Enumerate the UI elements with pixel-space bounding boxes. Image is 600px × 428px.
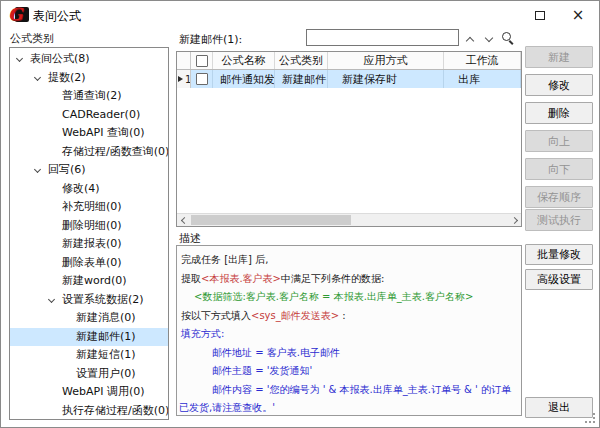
tree-item-label: 普通查询(2) — [10, 87, 122, 106]
column-header-3[interactable]: 工作流 — [444, 52, 521, 69]
move-up-button[interactable]: 向上 — [525, 130, 593, 152]
tree-item-label: 删除明细(0) — [10, 217, 122, 236]
description-segment: <本报表.客户表> — [201, 273, 281, 284]
save-order-button[interactable]: 保存顺序 — [525, 186, 593, 208]
scroll-right-button[interactable] — [507, 214, 521, 226]
row-marker-cell: 1 — [177, 70, 191, 88]
row-checkbox[interactable] — [196, 73, 208, 85]
description-line-7: 邮件内容 = '您的编号为 ' & 本报表.出库单_主表.订单号 & ' 的订单… — [179, 381, 518, 417]
tree-item-12[interactable]: 新建word(0) — [10, 272, 168, 291]
tree-item-label: 修改(4) — [10, 180, 100, 199]
search-next-icon[interactable] — [485, 34, 493, 42]
test-run-button[interactable]: 测试执行 — [525, 209, 593, 231]
app-logo-red-glyph: G — [8, 4, 23, 24]
description-segment: <sys_邮件发送表> — [251, 310, 339, 321]
formula-grid[interactable]: 公式名称公式类别应用方式工作流 1邮件通知发货新建邮件新建保存时出库 — [176, 51, 522, 227]
current-list-label: 新建邮件(1): — [179, 32, 242, 47]
column-header-0[interactable]: 公式名称 — [213, 52, 275, 69]
search-prev-icon[interactable] — [466, 37, 474, 45]
tree-item-label: WebAPI 调用(0) — [10, 383, 144, 402]
window-title: 表间公式 — [33, 8, 81, 25]
description-label: 描述 — [179, 231, 201, 246]
search-input[interactable] — [306, 29, 459, 46]
row-cell-1: 新建邮件 — [275, 70, 328, 88]
tree-item-2[interactable]: 普通查询(2) — [10, 87, 168, 106]
description-segment: 提取 — [181, 273, 201, 284]
close-icon: × — [572, 8, 585, 23]
tree-item-8[interactable]: 补充明细(0) — [10, 198, 168, 217]
tree-item-9[interactable]: 删除明细(0) — [10, 217, 168, 236]
row-cell-0: 邮件通知发货 — [213, 70, 275, 88]
app-logo-icon: G — [9, 6, 29, 24]
table-row[interactable]: 1邮件通知发货新建邮件新建保存时出库 — [177, 70, 521, 88]
description-box[interactable]: 完成任务 [出库] 后,提取<本报表.客户表>中满足下列条件的数据:<数据筛选:… — [176, 245, 522, 416]
category-tree[interactable]: 表间公式(8)提数(2)普通查询(2)CADReader(0)WebAPI 查询… — [9, 47, 169, 420]
header-checkbox-cell — [191, 52, 213, 69]
category-panel-label: 公式类别 — [10, 31, 54, 46]
tree-item-label: 新建消息(0) — [10, 309, 136, 328]
advanced-settings-button[interactable]: 高级设置 — [525, 269, 593, 290]
dialog-window: G 表间公式 × 公式类别 表间公式(8)提数(2)普通查询(2)CADRead… — [0, 0, 600, 428]
close-button[interactable]: × — [561, 1, 595, 29]
tree-item-label: WebAPI 查询(0) — [10, 124, 144, 143]
maximize-button[interactable] — [523, 1, 557, 29]
tree-item-0[interactable]: 表间公式(8) — [10, 50, 168, 69]
column-header-2[interactable]: 应用方式 — [328, 52, 444, 69]
title-bar[interactable]: G 表间公式 × — [1, 1, 599, 29]
description-line-0: 完成任务 [出库] 后, — [179, 251, 518, 270]
description-segment: 邮件主题 = '发货通知' — [212, 365, 312, 376]
tree-item-6[interactable]: 回写(6) — [10, 161, 168, 180]
description-segment: 邮件内容 = '您的编号为 ' & 本报表.出库单_主表.订单号 & ' 的订单… — [179, 384, 511, 414]
header-row-marker — [177, 52, 191, 69]
scroll-left-icon — [180, 216, 187, 223]
modify-button[interactable]: 修改 — [525, 74, 593, 96]
tree-item-18[interactable]: WebAPI 调用(0) — [10, 383, 168, 402]
delete-button[interactable]: 删除 — [525, 102, 593, 124]
tree-item-4[interactable]: WebAPI 查询(0) — [10, 124, 168, 143]
tree-item-13[interactable]: 设置系统数据(2) — [10, 291, 168, 310]
tree-item-label: 删除表单(0) — [10, 254, 122, 273]
exit-button[interactable]: 退出 — [525, 397, 593, 418]
description-line-3: 按以下方式填入<sys_邮件发送表> : — [179, 307, 518, 326]
scrollbar-thumb[interactable] — [191, 215, 351, 225]
tree-item-11[interactable]: 删除表单(0) — [10, 254, 168, 273]
tree-item-15[interactable]: 新建邮件(1) — [10, 328, 168, 347]
tree-item-17[interactable]: 设置用户(0) — [10, 365, 168, 384]
tree-item-14[interactable]: 新建消息(0) — [10, 309, 168, 328]
description-line-2: <数据筛选:客户表.客户名称 = 本报表.出库单_主表.客户名称> — [179, 288, 518, 307]
tree-item-label: 设置系统数据(2) — [10, 291, 144, 310]
scroll-right-icon — [510, 216, 517, 223]
tree-item-label: 提数(2) — [10, 69, 86, 88]
grid-header-row: 公式名称公式类别应用方式工作流 — [177, 52, 521, 70]
tree-item-label: 回写(6) — [10, 161, 86, 180]
move-down-button[interactable]: 向下 — [525, 158, 593, 180]
tree-item-10[interactable]: 新建报表(0) — [10, 235, 168, 254]
description-segment: 按以下方式填入 — [181, 310, 251, 321]
row-cell-2: 新建保存时 — [328, 70, 444, 88]
tree-item-label: 存储过程/函数查询(0) — [10, 143, 169, 162]
row-cell-3: 出库 — [444, 70, 521, 88]
h-scrollbar[interactable] — [177, 213, 521, 226]
select-all-checkbox[interactable] — [196, 55, 208, 67]
tree-item-7[interactable]: 修改(4) — [10, 180, 168, 199]
tree-item-1[interactable]: 提数(2) — [10, 69, 168, 88]
description-segment: 邮件地址 = 客户表.电子邮件 — [212, 347, 340, 358]
tree-item-5[interactable]: 存储过程/函数查询(0) — [10, 143, 168, 162]
grid-body: 1邮件通知发货新建邮件新建保存时出库 — [177, 70, 521, 88]
batch-modify-button[interactable]: 批量修改 — [525, 244, 593, 265]
description-segment: : — [339, 310, 346, 321]
scroll-left-button[interactable] — [177, 214, 191, 226]
description-line-5: 邮件地址 = 客户表.电子邮件 — [179, 344, 518, 363]
tree-item-label: 新建报表(0) — [10, 235, 122, 254]
tree-item-label: 新建word(0) — [10, 272, 127, 291]
description-segment: 填充方式: — [181, 328, 224, 339]
description-line-1: 提取<本报表.客户表>中满足下列条件的数据: — [179, 270, 518, 289]
tree-item-label: 设置用户(0) — [10, 365, 136, 384]
search-icon[interactable] — [502, 32, 514, 44]
column-header-1[interactable]: 公式类别 — [275, 52, 328, 69]
tree-item-19[interactable]: 执行存储过程/函数(0) — [10, 402, 168, 421]
tree-item-3[interactable]: CADReader(0) — [10, 106, 168, 125]
tree-item-16[interactable]: 新建短信(1) — [10, 346, 168, 365]
resize-grip-icon[interactable] — [585, 413, 595, 423]
new-button[interactable]: 新建 — [525, 46, 593, 68]
